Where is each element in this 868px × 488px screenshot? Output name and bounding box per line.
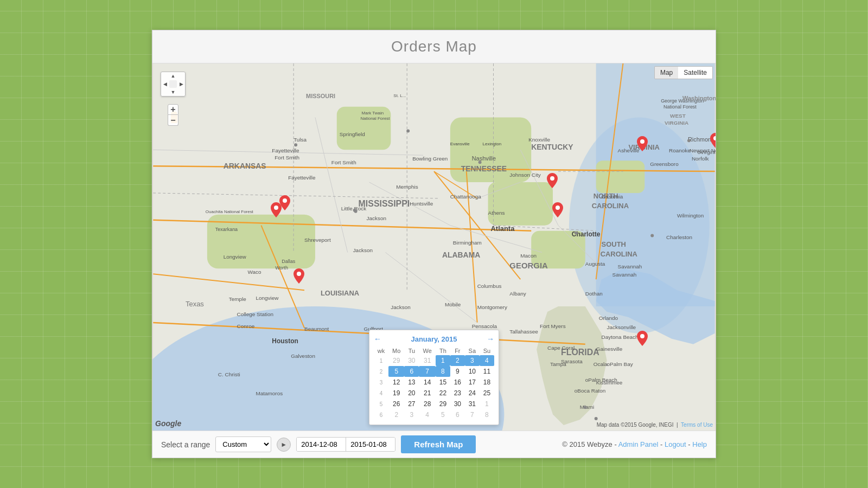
pan-down-button[interactable]: ▼ (169, 88, 177, 96)
range-dropdown[interactable]: CustomTodayThis WeekThis MonthLast Month (215, 436, 271, 452)
zoom-out-button[interactable]: − (168, 115, 178, 126)
svg-text:GEORGIA: GEORGIA (509, 261, 548, 270)
calendar-day[interactable]: 24 (465, 388, 480, 399)
svg-text:Galveston: Galveston (291, 353, 315, 359)
calendar-day[interactable]: 25 (480, 388, 494, 399)
calendar-week-number: 1 (374, 355, 388, 366)
admin-panel-link[interactable]: Admin Panel (618, 440, 659, 448)
svg-text:Washington DC: Washington DC (682, 95, 716, 101)
refresh-map-button[interactable]: Refresh Map (401, 435, 476, 453)
calendar-day[interactable]: 20 (404, 388, 419, 399)
map-pin-6[interactable] (637, 136, 648, 151)
calendar-day[interactable]: 14 (419, 377, 436, 388)
calendar-day[interactable]: 30 (404, 355, 419, 366)
calendar-day[interactable]: 28 (419, 399, 436, 409)
calendar-day[interactable]: 27 (404, 399, 419, 409)
calendar-day[interactable]: 8 (480, 409, 494, 420)
calendar-day[interactable]: 8 (436, 366, 450, 377)
calendar-day[interactable]: 26 (388, 399, 404, 409)
calendar-day[interactable]: 10 (465, 366, 480, 377)
map-type-satellite-button[interactable]: Satellite (678, 67, 712, 79)
zoom-controls[interactable]: + − (168, 104, 178, 126)
app-container: Orders Map (152, 30, 716, 458)
map-pin-2[interactable] (279, 195, 290, 210)
pan-control-box[interactable]: ▲ ◀ ▶ ▼ (161, 72, 186, 97)
pan-left-button[interactable]: ◀ (161, 80, 169, 88)
pan-center-button[interactable] (169, 80, 177, 88)
calendar-day[interactable]: 12 (388, 377, 404, 388)
map-pin-4[interactable] (547, 173, 558, 188)
calendar-day[interactable]: 11 (480, 366, 494, 377)
calendar-day[interactable]: 7 (465, 409, 480, 420)
map-pin-3[interactable] (293, 268, 304, 284)
terms-of-use-link[interactable]: Terms of Use (681, 422, 713, 428)
calendar-day[interactable]: 18 (480, 377, 494, 388)
calendar-day[interactable]: 22 (436, 388, 450, 399)
pan-up-button[interactable]: ▲ (169, 72, 177, 80)
svg-text:Norfolk: Norfolk (692, 156, 709, 162)
svg-text:Savannah: Savannah (612, 272, 637, 278)
svg-text:Orlando: Orlando (599, 315, 618, 321)
help-link[interactable]: Help (692, 440, 707, 448)
svg-text:Fort Smith: Fort Smith (331, 159, 356, 165)
date-from-input[interactable] (297, 438, 346, 451)
calendar-day[interactable]: 9 (450, 366, 465, 377)
calendar-day[interactable]: 23 (450, 388, 465, 399)
zoom-in-button[interactable]: + (168, 104, 178, 115)
map-type-map-button[interactable]: Map (655, 67, 678, 79)
calendar-day[interactable]: 2 (450, 355, 465, 366)
map-pan-controls[interactable]: ▲ ◀ ▶ ▼ (161, 72, 186, 97)
svg-text:Kissimmee: Kissimmee (596, 380, 623, 386)
calendar-header: ← January, 2015 → (374, 335, 494, 343)
calendar-day[interactable]: 19 (388, 388, 404, 399)
calendar-day[interactable]: 30 (450, 399, 465, 409)
svg-text:Bowling Green: Bowling Green (412, 156, 448, 162)
bottom-toolbar: Select a range CustomTodayThis WeekThis … (152, 431, 716, 458)
calendar-day[interactable]: 15 (436, 377, 450, 388)
calendar-day[interactable]: 5 (436, 409, 450, 420)
map-type-controls[interactable]: Map Satellite (654, 66, 713, 79)
calendar-day[interactable]: 21 (419, 388, 436, 399)
calendar-day[interactable]: 13 (404, 377, 419, 388)
date-to-input[interactable] (346, 438, 395, 451)
calendar-day[interactable]: 1 (436, 355, 450, 366)
svg-text:oBoca Raton: oBoca Raton (575, 388, 605, 394)
pan-right-button[interactable]: ▶ (177, 80, 185, 88)
calendar-day[interactable]: 6 (450, 409, 465, 420)
calendar-next-button[interactable]: → (487, 335, 494, 343)
calendar-day[interactable]: 3 (465, 355, 480, 366)
calendar-day[interactable]: 3 (404, 409, 419, 420)
calendar-day[interactable]: 31 (419, 355, 436, 366)
calendar-day[interactable]: 17 (465, 377, 480, 388)
calendar-day[interactable]: 7 (419, 366, 436, 377)
map-pin-7[interactable] (637, 331, 648, 346)
arrow-button[interactable]: ► (277, 438, 291, 452)
calendar-day[interactable]: 6 (404, 366, 419, 377)
page-title: Orders Map (160, 38, 708, 55)
calendar-day[interactable]: 4 (480, 355, 494, 366)
calendar-prev-button[interactable]: ← (374, 335, 381, 343)
footer-copyright: © 2015 Webyze - (562, 440, 618, 448)
svg-text:College Station: College Station (237, 311, 273, 317)
svg-text:St. L...: St. L... (393, 93, 406, 98)
svg-text:Columbus: Columbus (477, 283, 502, 289)
map-pin-8[interactable] (710, 133, 716, 148)
calendar-day[interactable]: 29 (388, 355, 404, 366)
svg-text:Birmingham: Birmingham (453, 240, 482, 246)
svg-text:Evansville: Evansville (450, 142, 470, 146)
calendar-day[interactable]: 31 (465, 399, 480, 409)
calendar-day[interactable]: 1 (480, 399, 494, 409)
calendar-day[interactable]: 16 (450, 377, 465, 388)
calendar-day[interactable]: 2 (388, 409, 404, 420)
svg-rect-9 (488, 182, 553, 226)
calendar-day[interactable]: 4 (419, 409, 436, 420)
logout-link[interactable]: Logout (665, 440, 686, 448)
svg-text:Waco: Waco (248, 269, 262, 275)
calendar-day[interactable]: 29 (436, 399, 450, 409)
map-pin-5[interactable] (552, 202, 563, 217)
calendar-day[interactable]: 5 (388, 366, 404, 377)
svg-text:Sarasota: Sarasota (561, 358, 583, 364)
svg-text:Dothan: Dothan (585, 291, 603, 297)
calendar-week-row: 419202122232425 (374, 388, 494, 399)
map-credits: Map data ©2015 Google, INEGI | Terms of … (597, 422, 713, 428)
